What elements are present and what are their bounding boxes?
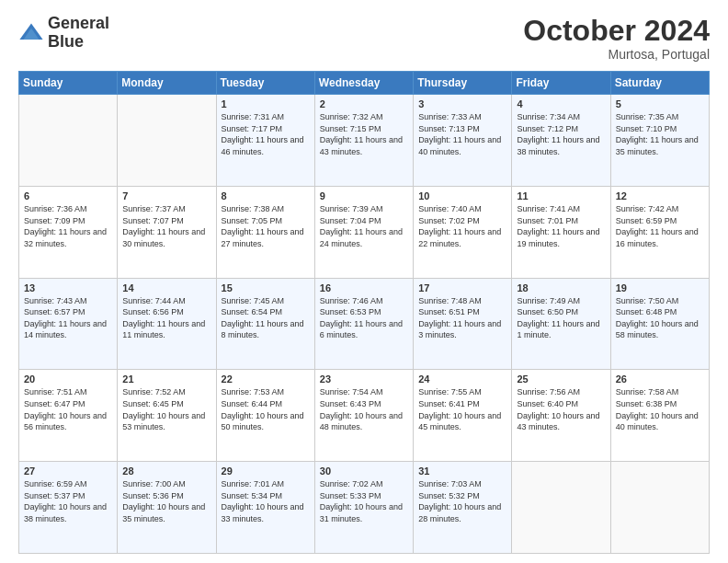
day-info: Sunrise: 7:33 AM Sunset: 7:13 PM Dayligh… xyxy=(418,111,506,157)
calendar-cell xyxy=(512,462,610,554)
day-number: 20 xyxy=(24,373,112,385)
calendar-cell: 27Sunrise: 6:59 AM Sunset: 5:37 PM Dayli… xyxy=(19,462,118,554)
day-info: Sunrise: 7:53 AM Sunset: 6:44 PM Dayligh… xyxy=(222,386,310,432)
day-info: Sunrise: 7:45 AM Sunset: 6:54 PM Dayligh… xyxy=(222,295,310,341)
month-year: October 2024 xyxy=(523,15,710,47)
day-info: Sunrise: 7:52 AM Sunset: 6:45 PM Dayligh… xyxy=(122,386,210,432)
calendar-cell: 10Sunrise: 7:40 AM Sunset: 7:02 PM Dayli… xyxy=(414,186,512,278)
calendar-week-4: 20Sunrise: 7:51 AM Sunset: 6:47 PM Dayli… xyxy=(19,370,710,462)
day-number: 1 xyxy=(222,98,310,109)
calendar-cell: 12Sunrise: 7:42 AM Sunset: 6:59 PM Dayli… xyxy=(610,186,709,278)
calendar-cell: 20Sunrise: 7:51 AM Sunset: 6:47 PM Dayli… xyxy=(19,370,118,462)
calendar-week-3: 13Sunrise: 7:43 AM Sunset: 6:57 PM Dayli… xyxy=(19,278,710,370)
logo-line2: Blue xyxy=(48,33,109,52)
calendar-cell: 7Sunrise: 7:37 AM Sunset: 7:07 PM Daylig… xyxy=(118,186,216,278)
calendar-cell: 6Sunrise: 7:36 AM Sunset: 7:09 PM Daylig… xyxy=(19,186,118,278)
day-number: 12 xyxy=(616,190,704,201)
calendar-cell: 16Sunrise: 7:46 AM Sunset: 6:53 PM Dayli… xyxy=(314,278,413,370)
calendar-cell: 2Sunrise: 7:32 AM Sunset: 7:15 PM Daylig… xyxy=(314,95,413,187)
day-number: 24 xyxy=(418,373,506,385)
day-number: 22 xyxy=(222,373,310,385)
day-info: Sunrise: 7:01 AM Sunset: 5:34 PM Dayligh… xyxy=(222,478,310,524)
col-monday: Monday xyxy=(118,72,216,95)
day-info: Sunrise: 7:03 AM Sunset: 5:32 PM Dayligh… xyxy=(418,478,506,524)
logo-line1: General xyxy=(48,15,109,33)
day-info: Sunrise: 7:37 AM Sunset: 7:07 PM Dayligh… xyxy=(122,203,210,249)
day-info: Sunrise: 7:54 AM Sunset: 6:43 PM Dayligh… xyxy=(320,386,408,432)
calendar-header: Sunday Monday Tuesday Wednesday Thursday… xyxy=(19,72,710,95)
calendar-week-2: 6Sunrise: 7:36 AM Sunset: 7:09 PM Daylig… xyxy=(19,186,710,278)
day-number: 7 xyxy=(122,190,210,201)
title-block: October 2024 Murtosa, Portugal xyxy=(523,15,710,62)
day-number: 8 xyxy=(222,190,310,201)
calendar-cell: 23Sunrise: 7:54 AM Sunset: 6:43 PM Dayli… xyxy=(314,370,413,462)
calendar-cell: 9Sunrise: 7:39 AM Sunset: 7:04 PM Daylig… xyxy=(314,186,413,278)
header: General Blue October 2024 Murtosa, Portu… xyxy=(18,15,710,62)
col-wednesday: Wednesday xyxy=(314,72,413,95)
calendar-week-1: 1Sunrise: 7:31 AM Sunset: 7:17 PM Daylig… xyxy=(19,95,710,187)
calendar-cell: 31Sunrise: 7:03 AM Sunset: 5:32 PM Dayli… xyxy=(414,462,512,554)
calendar-body: 1Sunrise: 7:31 AM Sunset: 7:17 PM Daylig… xyxy=(19,95,710,554)
day-info: Sunrise: 7:43 AM Sunset: 6:57 PM Dayligh… xyxy=(24,295,112,341)
day-number: 30 xyxy=(320,465,408,477)
day-number: 10 xyxy=(418,190,506,201)
header-row: Sunday Monday Tuesday Wednesday Thursday… xyxy=(19,72,710,95)
day-info: Sunrise: 7:56 AM Sunset: 6:40 PM Dayligh… xyxy=(517,386,605,432)
calendar-cell xyxy=(610,462,709,554)
col-sunday: Sunday xyxy=(19,72,118,95)
day-number: 27 xyxy=(24,465,112,477)
day-number: 6 xyxy=(24,190,112,201)
calendar-cell: 28Sunrise: 7:00 AM Sunset: 5:36 PM Dayli… xyxy=(118,462,216,554)
day-number: 2 xyxy=(320,98,408,109)
calendar-week-5: 27Sunrise: 6:59 AM Sunset: 5:37 PM Dayli… xyxy=(19,462,710,554)
col-friday: Friday xyxy=(512,72,610,95)
day-info: Sunrise: 7:40 AM Sunset: 7:02 PM Dayligh… xyxy=(418,203,506,249)
day-info: Sunrise: 7:48 AM Sunset: 6:51 PM Dayligh… xyxy=(418,295,506,341)
calendar-cell: 26Sunrise: 7:58 AM Sunset: 6:38 PM Dayli… xyxy=(610,370,709,462)
day-info: Sunrise: 7:49 AM Sunset: 6:50 PM Dayligh… xyxy=(517,295,605,341)
day-number: 5 xyxy=(616,98,704,109)
day-info: Sunrise: 7:46 AM Sunset: 6:53 PM Dayligh… xyxy=(320,295,408,341)
calendar-cell: 5Sunrise: 7:35 AM Sunset: 7:10 PM Daylig… xyxy=(610,95,709,187)
day-info: Sunrise: 7:34 AM Sunset: 7:12 PM Dayligh… xyxy=(517,111,605,157)
calendar-cell: 30Sunrise: 7:02 AM Sunset: 5:33 PM Dayli… xyxy=(314,462,413,554)
calendar-cell: 25Sunrise: 7:56 AM Sunset: 6:40 PM Dayli… xyxy=(512,370,610,462)
page: General Blue October 2024 Murtosa, Portu… xyxy=(0,0,728,563)
calendar-cell: 18Sunrise: 7:49 AM Sunset: 6:50 PM Dayli… xyxy=(512,278,610,370)
calendar-table: Sunday Monday Tuesday Wednesday Thursday… xyxy=(18,71,710,554)
day-info: Sunrise: 7:36 AM Sunset: 7:09 PM Dayligh… xyxy=(24,203,112,249)
day-number: 18 xyxy=(517,282,605,293)
location: Murtosa, Portugal xyxy=(523,47,710,62)
calendar-cell: 29Sunrise: 7:01 AM Sunset: 5:34 PM Dayli… xyxy=(216,462,314,554)
day-number: 31 xyxy=(418,465,506,477)
day-info: Sunrise: 7:32 AM Sunset: 7:15 PM Dayligh… xyxy=(320,111,408,157)
calendar-cell: 17Sunrise: 7:48 AM Sunset: 6:51 PM Dayli… xyxy=(414,278,512,370)
day-info: Sunrise: 7:50 AM Sunset: 6:48 PM Dayligh… xyxy=(616,295,704,341)
day-info: Sunrise: 7:58 AM Sunset: 6:38 PM Dayligh… xyxy=(616,386,704,432)
col-thursday: Thursday xyxy=(414,72,512,95)
day-number: 9 xyxy=(320,190,408,201)
day-number: 14 xyxy=(122,282,210,293)
col-tuesday: Tuesday xyxy=(216,72,314,95)
calendar-cell: 15Sunrise: 7:45 AM Sunset: 6:54 PM Dayli… xyxy=(216,278,314,370)
day-info: Sunrise: 7:00 AM Sunset: 5:36 PM Dayligh… xyxy=(122,478,210,524)
day-info: Sunrise: 7:31 AM Sunset: 7:17 PM Dayligh… xyxy=(222,111,310,157)
calendar-cell: 1Sunrise: 7:31 AM Sunset: 7:17 PM Daylig… xyxy=(216,95,314,187)
day-number: 19 xyxy=(616,282,704,293)
day-info: Sunrise: 7:55 AM Sunset: 6:41 PM Dayligh… xyxy=(418,386,506,432)
day-info: Sunrise: 7:42 AM Sunset: 6:59 PM Dayligh… xyxy=(616,203,704,249)
day-number: 3 xyxy=(418,98,506,109)
day-number: 21 xyxy=(122,373,210,385)
day-info: Sunrise: 7:38 AM Sunset: 7:05 PM Dayligh… xyxy=(222,203,310,249)
day-number: 15 xyxy=(222,282,310,293)
day-number: 17 xyxy=(418,282,506,293)
calendar-cell xyxy=(118,95,216,187)
calendar-cell: 13Sunrise: 7:43 AM Sunset: 6:57 PM Dayli… xyxy=(19,278,118,370)
day-number: 13 xyxy=(24,282,112,293)
day-info: Sunrise: 7:44 AM Sunset: 6:56 PM Dayligh… xyxy=(122,295,210,341)
day-info: Sunrise: 7:51 AM Sunset: 6:47 PM Dayligh… xyxy=(24,386,112,432)
calendar-cell: 8Sunrise: 7:38 AM Sunset: 7:05 PM Daylig… xyxy=(216,186,314,278)
day-number: 26 xyxy=(616,373,704,385)
calendar-cell xyxy=(19,95,118,187)
calendar-cell: 19Sunrise: 7:50 AM Sunset: 6:48 PM Dayli… xyxy=(610,278,709,370)
